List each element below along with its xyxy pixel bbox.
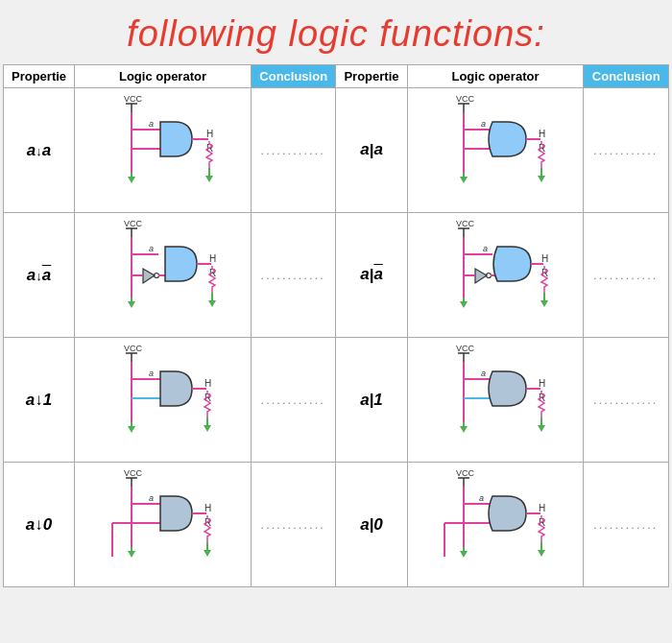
logic-left-1: VCC a H [75,88,252,213]
prop-left-3: a↓1 [4,338,75,463]
prop-left-1: a↓a [4,88,75,213]
logic-left-3: VCC a H R [75,338,252,463]
svg-marker-74 [204,425,211,432]
conclusion-left-4: ............ [251,463,336,587]
svg-text:H: H [209,253,216,264]
svg-text:VCC: VCC [456,344,475,353]
svg-marker-13 [128,177,135,183]
col-header-logic-right: Logic operator [407,65,584,88]
prop-left-4: a↓0 [4,463,75,587]
prop-right-2: a|a [336,213,407,338]
col-header-propertie-left: Propertie [4,65,75,88]
conclusion-right-2: ............ [584,213,669,338]
svg-marker-88 [538,425,545,432]
conclusion-left-2: ............ [251,213,336,338]
svg-marker-43 [208,300,216,307]
conclusion-right-3: ............ [584,338,669,463]
prop-right-4: a|0 [336,463,407,587]
svg-text:VCC: VCC [456,219,475,228]
svg-text:H: H [204,503,211,513]
svg-text:a: a [483,244,488,253]
table-row: a↓a VCC a [4,88,669,213]
svg-text:VCC: VCC [456,468,475,478]
svg-text:a: a [149,119,154,129]
svg-text:a: a [481,119,486,129]
svg-text:VCC: VCC [456,94,475,104]
svg-marker-34 [143,269,155,283]
table-header-row: Propertie Logic operator Conclusion Prop… [4,65,669,88]
svg-text:H: H [539,503,545,513]
svg-text:H: H [206,129,213,139]
svg-text:VCC: VCC [124,468,143,478]
svg-marker-60 [540,300,548,307]
logic-right-3: VCC a H R [407,338,584,463]
svg-text:VCC: VCC [124,219,143,228]
conclusion-left-3: ............ [251,338,336,463]
svg-marker-76 [128,426,135,433]
svg-text:a: a [149,244,154,253]
svg-marker-103 [204,550,211,557]
svg-marker-27 [460,177,468,183]
svg-marker-62 [460,301,468,308]
logic-right-1: VCC a H R [407,88,584,213]
conclusion-right-4: ............ [584,463,669,587]
svg-text:a: a [149,493,154,503]
logic-right-4: VCC a H R [407,463,584,587]
logic-left-2: VCC a H R [75,213,252,338]
svg-marker-45 [128,301,135,308]
svg-marker-118 [538,550,545,557]
prop-left-2: a↓a [4,213,75,338]
prop-right-1: a|a [336,88,407,213]
col-header-conclusion-right: Conclusion [584,65,669,88]
svg-text:H: H [541,253,548,264]
main-table: Propertie Logic operator Conclusion Prop… [3,64,669,587]
svg-marker-120 [460,551,468,558]
logic-right-2: VCC a H R [407,213,584,338]
svg-marker-105 [128,551,135,558]
col-header-conclusion-left: Conclusion [251,65,336,88]
svg-text:H: H [539,378,545,389]
svg-text:a: a [149,369,154,378]
svg-text:H: H [539,129,545,139]
svg-text:VCC: VCC [124,94,143,104]
svg-text:H: H [204,378,211,389]
table-row: a↓1 VCC a H R [4,338,669,463]
conclusion-left-1: ............ [251,88,336,213]
svg-marker-25 [538,176,545,182]
svg-text:VCC: VCC [124,344,143,353]
svg-text:a: a [481,369,486,378]
svg-marker-90 [460,426,468,433]
svg-marker-11 [205,176,213,182]
col-header-logic-left: Logic operator [75,65,252,88]
table-row: a↓a VCC a [4,213,669,338]
prop-right-3: a|1 [336,338,407,463]
table-row: a↓0 VCC a H R [4,463,669,587]
page-title: following logic functions: [0,0,672,64]
logic-left-4: VCC a H R [75,463,252,587]
col-header-propertie-right: Propertie [336,65,407,88]
conclusion-right-1: ............ [584,88,669,213]
svg-text:a: a [479,493,484,503]
svg-marker-52 [475,269,487,283]
